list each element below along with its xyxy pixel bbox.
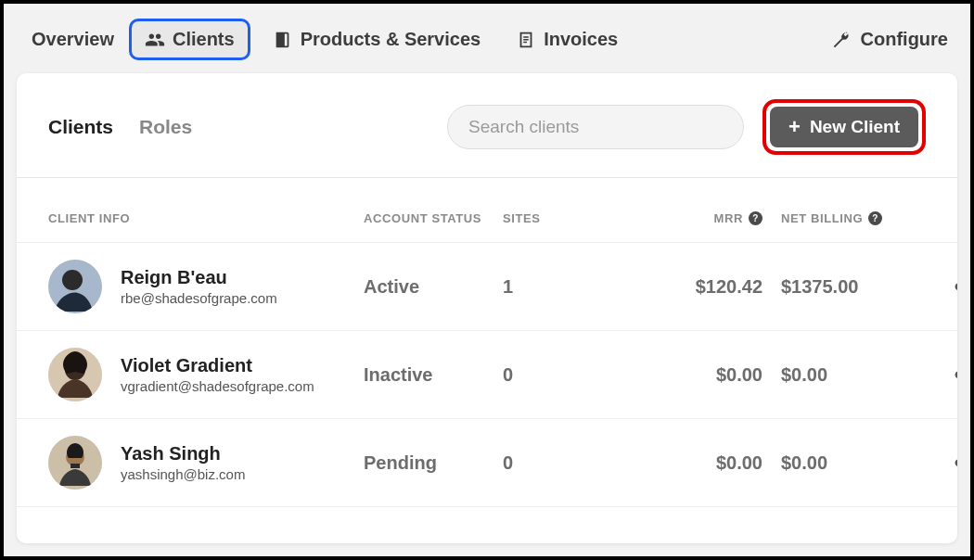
plus-icon: + [788, 117, 801, 137]
cell-mrr: $0.00 [614, 364, 781, 386]
cell-mrr: $120.42 [614, 276, 781, 298]
new-client-button[interactable]: + New Client [770, 107, 918, 147]
nav-overview-label: Overview [32, 29, 114, 50]
book-icon [273, 30, 293, 50]
client-name: Violet Gradient [121, 355, 314, 376]
invoice-icon [516, 30, 536, 50]
cell-net-billing: $1375.00 [781, 276, 939, 298]
new-client-label: New Client [810, 117, 900, 137]
row-menu-icon[interactable]: ••• [955, 361, 957, 389]
svg-rect-7 [70, 464, 80, 468]
nav-products-label: Products & Services [301, 29, 481, 50]
col-mrr: MRR ? [614, 211, 781, 225]
svg-point-2 [62, 270, 83, 290]
nav-configure[interactable]: Configure [831, 29, 948, 50]
col-net-billing: NET BILLING ? [781, 211, 939, 225]
svg-rect-0 [276, 32, 284, 46]
cell-sites: 1 [503, 276, 614, 298]
table-row[interactable]: Violet Gradient vgradient@shadesofgrape.… [17, 331, 957, 419]
col-net-billing-label: NET BILLING [781, 211, 863, 225]
new-client-highlight: + New Client [763, 99, 926, 155]
search-input[interactable] [447, 105, 744, 149]
tab-clients[interactable]: Clients [48, 116, 113, 138]
nav-invoices-label: Invoices [544, 29, 618, 50]
avatar [48, 260, 102, 313]
top-nav: Overview Clients Products & Services Inv… [4, 4, 970, 73]
col-client-info: CLIENT INFO [48, 211, 364, 225]
cell-sites: 0 [503, 364, 614, 386]
cell-net-billing: $0.00 [781, 364, 939, 386]
cell-status: Inactive [364, 364, 503, 386]
tab-roles[interactable]: Roles [139, 116, 192, 138]
row-menu-icon[interactable]: ••• [955, 449, 957, 477]
table-row[interactable]: Yash Singh yashsingh@biz.com Pending 0 $… [17, 419, 957, 507]
avatar [48, 348, 102, 401]
client-email: yashsingh@biz.com [121, 466, 245, 482]
col-sites: SITES [503, 211, 614, 225]
nav-clients[interactable]: Clients [129, 19, 250, 60]
cell-status: Pending [364, 452, 503, 474]
client-email: vgradient@shadesofgrape.com [121, 378, 314, 394]
nav-overview[interactable]: Overview [26, 21, 120, 57]
nav-products[interactable]: Products & Services [260, 21, 494, 57]
users-icon [145, 30, 165, 50]
help-icon[interactable]: ? [749, 211, 763, 225]
col-account-status: ACCOUNT STATUS [364, 211, 503, 225]
row-menu-icon[interactable]: ••• [955, 273, 957, 301]
client-email: rbe@shadesofgrape.com [121, 290, 277, 306]
table-row[interactable]: Reign B'eau rbe@shadesofgrape.com Active… [17, 243, 957, 331]
cell-status: Active [364, 276, 503, 298]
cell-net-billing: $0.00 [781, 452, 939, 474]
wrench-icon [831, 30, 852, 50]
client-name: Yash Singh [121, 443, 245, 465]
table-header: CLIENT INFO ACCOUNT STATUS SITES MRR ? N… [17, 178, 957, 243]
cell-mrr: $0.00 [614, 452, 781, 474]
avatar [48, 436, 102, 490]
help-icon[interactable]: ? [868, 211, 882, 225]
nav-clients-label: Clients [173, 29, 235, 50]
content-card: Clients Roles + New Client CLIENT INFO A… [17, 73, 957, 543]
client-name: Reign B'eau [121, 267, 277, 288]
nav-configure-label: Configure [861, 29, 948, 50]
col-mrr-label: MRR [714, 211, 743, 225]
cell-sites: 0 [503, 452, 614, 474]
nav-invoices[interactable]: Invoices [503, 21, 631, 57]
